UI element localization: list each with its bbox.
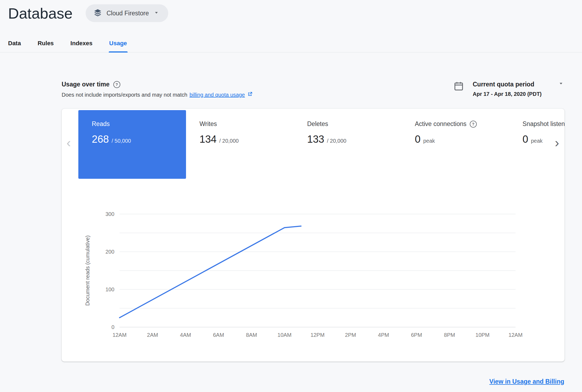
page-header: Database Cloud Firestore — [8, 4, 168, 22]
y-tick-label: 0 — [111, 324, 114, 330]
metric-tiles: Reads? 268/ 50,000 Writes? 134/ 20,000 D… — [78, 110, 565, 179]
quota-period-range: Apr 17 - Apr 18, 2020 (PDT) — [473, 91, 564, 97]
x-tick-label: 10AM — [268, 332, 301, 338]
usage-chart: Document reads (cumulative) 0100200300 1… — [62, 214, 565, 346]
x-tick-label: 6AM — [202, 332, 235, 338]
tab-usage[interactable]: Usage — [109, 34, 127, 52]
metric-label: Writes — [199, 120, 217, 128]
tab-data-label: Data — [8, 40, 21, 47]
metric-tile-reads[interactable]: Reads? 268/ 50,000 — [78, 110, 186, 179]
usage-over-time-title: Usage over time — [62, 81, 110, 88]
usage-chart-svg — [120, 214, 516, 327]
metric-value: 133 — [307, 134, 324, 145]
y-axis-ticks: 0100200300 — [94, 214, 114, 327]
carousel-prev-icon[interactable]: ‹ — [66, 136, 71, 149]
tab-indexes[interactable]: Indexes — [71, 34, 93, 52]
help-icon[interactable]: ? — [113, 81, 120, 88]
metric-label: Deletes — [307, 120, 328, 128]
chevron-down-icon — [153, 9, 160, 17]
metric-limit: / 20,000 — [327, 138, 346, 144]
metric-value: 134 — [199, 134, 216, 145]
tab-data[interactable]: Data — [8, 34, 21, 52]
metric-peak: peak — [531, 138, 542, 144]
metric-tile-deletes[interactable]: Deletes? 133/ 20,000 — [294, 110, 401, 179]
metric-label: Snapshot listeners — [523, 120, 565, 128]
usage-subtitle: Does not include imports/exports and may… — [62, 91, 253, 98]
quota-period-label: Current quota period — [473, 81, 534, 88]
quota-period-selector[interactable]: Current quota period Apr 17 - Apr 18, 20… — [453, 80, 564, 97]
tab-indexes-label: Indexes — [71, 40, 93, 47]
x-axis-ticks: 12AM2AM4AM6AM8AM10AM12PM2PM4PM6PM8PM10PM… — [120, 332, 516, 340]
metric-tile-active-connections[interactable]: Active connections? 0peak — [401, 110, 509, 179]
tab-rules-label: Rules — [38, 40, 54, 47]
y-tick-label: 200 — [106, 249, 114, 255]
x-tick-label: 8AM — [235, 332, 268, 338]
metric-tile-writes[interactable]: Writes? 134/ 20,000 — [186, 110, 294, 179]
tab-usage-label: Usage — [109, 40, 127, 47]
help-icon[interactable]: ? — [470, 121, 477, 128]
x-tick-label: 12AM — [103, 332, 136, 338]
metric-value: 0 — [415, 134, 420, 145]
page-title: Database — [8, 5, 73, 22]
x-tick-label: 4PM — [367, 332, 400, 338]
x-tick-label: 2PM — [334, 332, 367, 338]
x-tick-label: 12PM — [301, 332, 334, 338]
metric-value: 268 — [92, 134, 109, 145]
usage-card: ‹ › Reads? 268/ 50,000 Writes? 134/ 20,0… — [62, 109, 565, 362]
calendar-icon — [453, 81, 464, 97]
y-tick-label: 100 — [106, 286, 114, 293]
billing-quota-usage-link[interactable]: billing and quota usage — [190, 92, 245, 98]
view-usage-billing-link[interactable]: View in Usage and Billing — [489, 378, 564, 385]
x-tick-label: 10PM — [466, 332, 499, 338]
usage-section-header: Usage over time ? Does not include impor… — [62, 81, 253, 98]
external-link-icon[interactable] — [247, 91, 253, 98]
metric-label: Reads — [92, 120, 110, 128]
metric-limit: / 20,000 — [219, 138, 239, 144]
tab-rules[interactable]: Rules — [38, 34, 54, 52]
metric-tile-snapshot-listeners[interactable]: Snapshot listeners? 0peak — [509, 110, 565, 179]
x-tick-label: 6PM — [400, 332, 433, 338]
product-selector[interactable]: Cloud Firestore — [86, 4, 168, 22]
metric-value: 0 — [523, 134, 528, 145]
quota-period-dropdown[interactable]: Current quota period — [473, 80, 564, 88]
x-tick-label: 8PM — [433, 332, 466, 338]
x-tick-label: 12AM — [499, 332, 532, 338]
caret-down-icon — [558, 80, 564, 88]
usage-subtitle-text: Does not include imports/exports and may… — [62, 92, 187, 98]
firestore-icon — [93, 8, 102, 18]
product-selector-label: Cloud Firestore — [107, 10, 149, 17]
quota-period-text: Current quota period Apr 17 - Apr 18, 20… — [473, 80, 564, 97]
y-axis-title: Document reads (cumulative) — [85, 235, 91, 306]
metric-peak: peak — [423, 138, 435, 144]
metric-label: Active connections — [415, 120, 467, 128]
y-tick-label: 300 — [106, 211, 114, 217]
x-tick-label: 2AM — [136, 332, 169, 338]
x-tick-label: 4AM — [169, 332, 202, 338]
tab-bar: Data Rules Indexes Usage — [0, 34, 582, 52]
metric-limit: / 50,000 — [111, 138, 131, 144]
